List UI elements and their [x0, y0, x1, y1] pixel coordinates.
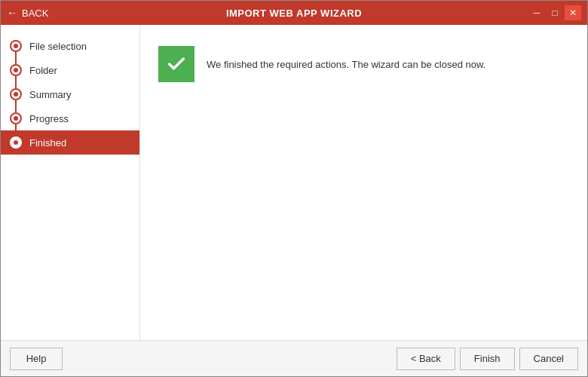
content-area: We finished the required actions. The wi… [140, 25, 587, 340]
step-dot [14, 92, 18, 97]
cancel-button[interactable]: Cancel [519, 348, 578, 370]
step-indicator-progress [10, 112, 22, 124]
checkmark-icon [166, 54, 187, 75]
main-content: File selection Folder Summary [1, 25, 587, 340]
window-controls: ─ □ ✕ [528, 5, 581, 20]
step-dot [14, 68, 18, 72]
maximize-button[interactable]: □ [547, 5, 563, 20]
step-indicator-summary [10, 88, 22, 100]
step-indicator-file-selection [10, 40, 22, 52]
success-message: We finished the required actions. The wi… [207, 59, 485, 70]
sidebar-item-summary[interactable]: Summary [1, 82, 139, 106]
sidebar-item-folder[interactable]: Folder [1, 58, 139, 82]
back-label: BACK [22, 8, 48, 19]
sidebar-label-folder: Folder [29, 65, 57, 76]
success-icon-box [158, 46, 194, 82]
finish-button[interactable]: Finish [460, 348, 515, 370]
sidebar-label-finished: Finished [29, 137, 66, 149]
back-button[interactable]: < Back [397, 348, 455, 370]
titlebar: ← BACK IMPORT WEB APP WIZARD ─ □ ✕ [1, 1, 587, 25]
footer-left: Help [10, 348, 390, 370]
footer: Help < Back Finish Cancel [1, 340, 587, 376]
back-arrow-icon: ← [7, 7, 17, 19]
step-indicator-folder [10, 64, 22, 76]
step-indicator-finished [10, 136, 22, 149]
sidebar-label-file-selection: File selection [29, 41, 87, 52]
sidebar-item-progress[interactable]: Progress [1, 106, 139, 130]
wizard-window: ← BACK IMPORT WEB APP WIZARD ─ □ ✕ File … [0, 0, 588, 377]
close-button[interactable]: ✕ [565, 5, 581, 20]
sidebar-label-progress: Progress [29, 113, 69, 124]
sidebar: File selection Folder Summary [1, 25, 140, 340]
footer-right: < Back Finish Cancel [397, 348, 578, 370]
sidebar-item-finished[interactable]: Finished [1, 130, 139, 155]
step-dot [14, 116, 18, 121]
step-dot [14, 44, 18, 48]
window-title: IMPORT WEB APP WIZARD [226, 8, 362, 19]
help-button[interactable]: Help [10, 348, 63, 370]
success-box: We finished the required actions. The wi… [158, 46, 569, 82]
sidebar-item-file-selection[interactable]: File selection [1, 34, 139, 58]
back-button[interactable]: ← BACK [7, 7, 48, 19]
minimize-button[interactable]: ─ [528, 5, 545, 20]
sidebar-label-summary: Summary [29, 89, 72, 100]
step-dot [14, 140, 18, 145]
